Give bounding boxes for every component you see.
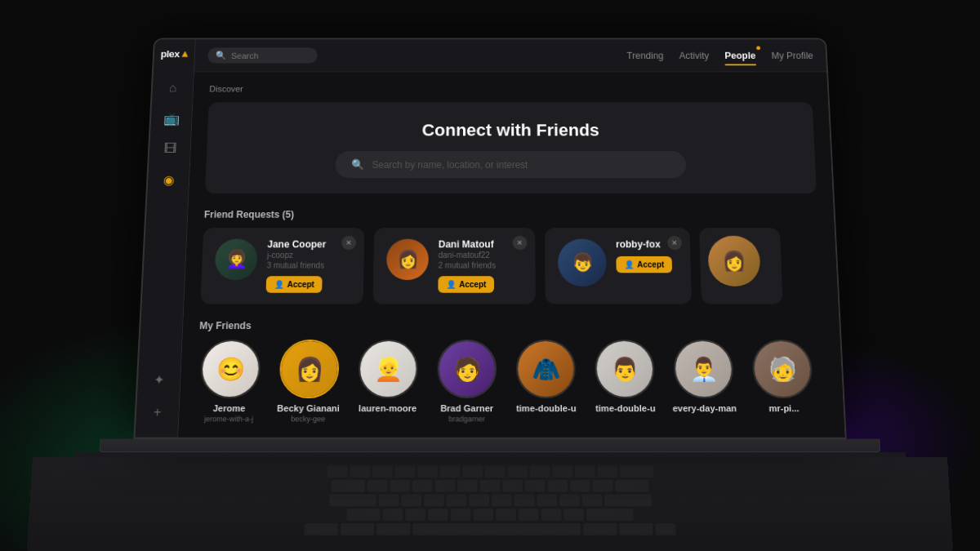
- friend-circle-jerome[interactable]: 😊 Jerome jerome-with-a-j: [195, 339, 264, 422]
- nav-people[interactable]: People: [724, 47, 756, 63]
- friend-name-time2: time-double-u: [595, 403, 656, 413]
- connect-section: Connect with Friends 🔍 Search by name, l…: [205, 102, 817, 193]
- key-row-1: [100, 465, 880, 477]
- key: [446, 494, 466, 506]
- sidebar-sparkles-icon[interactable]: ✦: [144, 364, 175, 393]
- key-delete: [619, 465, 653, 477]
- key-ctrl: [341, 523, 374, 535]
- key: [574, 465, 595, 477]
- key: [350, 465, 370, 477]
- key: [593, 480, 613, 491]
- friend-requests-title: Friend Requests (5): [204, 209, 818, 220]
- friend-info-dani: Dani Matouf dani-matouf22 2 mutual frien…: [438, 238, 522, 292]
- breadcrumb: Discover: [209, 84, 812, 93]
- friend-name-mr: mr-pi...: [768, 403, 800, 413]
- search-icon: 🔍: [216, 50, 227, 60]
- page-content: Discover Connect with Friends 🔍 Search b…: [178, 72, 844, 437]
- key-return: [615, 480, 648, 491]
- key: [394, 465, 415, 477]
- key-row-2: [100, 480, 880, 491]
- friend-username-jerome: jerome-with-a-j: [204, 415, 254, 423]
- search-input[interactable]: [231, 51, 310, 60]
- connect-search-bar[interactable]: 🔍 Search by name, location, or interest: [335, 151, 686, 178]
- avatar-every: 👨‍💼: [673, 339, 734, 398]
- sidebar-film-icon[interactable]: 🎞: [155, 135, 185, 162]
- friend-request-card-partial: 👩: [699, 228, 782, 304]
- top-nav: 🔍 Trending Activity People My Profile: [194, 39, 826, 72]
- friend-circle-becky[interactable]: 👩 Becky Gianani becky-gee: [275, 339, 343, 422]
- key: [570, 480, 590, 491]
- key: [507, 465, 528, 477]
- friend-name-dani: Dani Matouf: [439, 238, 523, 250]
- sidebar-compass-icon[interactable]: ◉: [154, 165, 184, 193]
- friend-circle-mr[interactable]: 🧓 mr-pi...: [748, 339, 817, 422]
- key: [368, 480, 388, 491]
- key-fn: [305, 523, 338, 535]
- laptop-hinge: [74, 452, 906, 457]
- key-tab: [332, 480, 365, 491]
- accept-icon-robby: 👤: [624, 260, 634, 269]
- key-shift-l: [346, 509, 380, 521]
- key: [541, 509, 562, 521]
- sidebar-add-icon[interactable]: +: [142, 397, 173, 426]
- my-friends-title: My Friends: [199, 320, 823, 331]
- friend-circle-time2[interactable]: 👨 time-double-u: [591, 339, 659, 422]
- accept-label-robby: Accept: [637, 260, 664, 269]
- key: [424, 494, 444, 506]
- friend-circle-brad[interactable]: 🧑 Brad Garner bradgarner: [434, 339, 500, 422]
- key-caps: [329, 494, 376, 506]
- avatar-lauren: 👱: [358, 339, 417, 398]
- key: [559, 494, 579, 506]
- nav-people-dot: [756, 46, 760, 50]
- key: [547, 480, 568, 491]
- friend-username-dani: dani-matouf22: [439, 251, 523, 260]
- key: [439, 465, 460, 477]
- close-button-robby[interactable]: ✕: [667, 235, 682, 249]
- accept-button-dani[interactable]: 👤 Accept: [438, 276, 494, 293]
- key: [434, 480, 455, 491]
- sidebar-home-icon[interactable]: ⌂: [158, 74, 187, 101]
- key: [462, 465, 483, 477]
- key: [597, 465, 617, 477]
- key: [405, 509, 425, 521]
- connect-title: Connect with Friends: [223, 120, 798, 140]
- nav-trending[interactable]: Trending: [626, 47, 664, 63]
- my-friends-section: My Friends 😊 Jerome jerome-with-a-j: [195, 320, 827, 423]
- nav-activity[interactable]: Activity: [679, 47, 709, 63]
- accept-button-jane[interactable]: 👤 Accept: [266, 276, 323, 293]
- key: [457, 480, 478, 491]
- close-button-jane[interactable]: ✕: [341, 235, 356, 249]
- plex-logo[interactable]: plex: [160, 48, 188, 60]
- key: [480, 480, 501, 491]
- friend-name-lauren: lauren-moore: [359, 403, 416, 413]
- laptop-keyboard: [26, 457, 954, 551]
- key-row-5: [97, 523, 883, 535]
- nav-search[interactable]: 🔍: [207, 47, 318, 63]
- sidebar-tv-icon[interactable]: 📺: [157, 104, 186, 132]
- key: [451, 509, 471, 521]
- avatar-jerome: 😊: [200, 339, 261, 398]
- nav-people-label: People: [724, 50, 755, 60]
- key: [484, 465, 505, 477]
- key: [469, 494, 489, 506]
- avatar-becky: 👩: [279, 339, 340, 398]
- connect-search-icon: 🔍: [351, 158, 364, 170]
- friend-name-jane: Jane Cooper: [267, 238, 351, 250]
- friend-circle-time1[interactable]: 🧥 time-double-u: [513, 339, 579, 422]
- friend-circle-every[interactable]: 👨‍💼 every-day-man: [670, 339, 738, 422]
- laptop-screen: plex ⌂ 📺 🎞 ◉ ✦ + 🔍: [133, 38, 846, 438]
- accept-button-robby[interactable]: 👤 Accept: [616, 256, 672, 272]
- key-row-3: [99, 494, 881, 506]
- laptop-bottom-strip: [100, 438, 880, 451]
- key: [473, 509, 493, 521]
- close-button-dani[interactable]: ✕: [513, 235, 528, 249]
- friend-name-becky: Becky Gianani: [277, 403, 340, 413]
- nav-my-profile[interactable]: My Profile: [771, 47, 813, 63]
- key: [492, 494, 512, 506]
- friend-circle-lauren[interactable]: 👱 lauren-moore: [354, 339, 421, 422]
- avatar-dani: 👩: [386, 238, 429, 279]
- friend-request-card-dani: 👩 Dani Matouf dani-matouf22 2 mutual fri…: [373, 228, 536, 304]
- friend-requests-cards: 👩‍🦱 Jane Cooper j-coopz 3 mutual friends…: [200, 228, 822, 304]
- key-cmd: [583, 523, 617, 535]
- key: [525, 480, 546, 491]
